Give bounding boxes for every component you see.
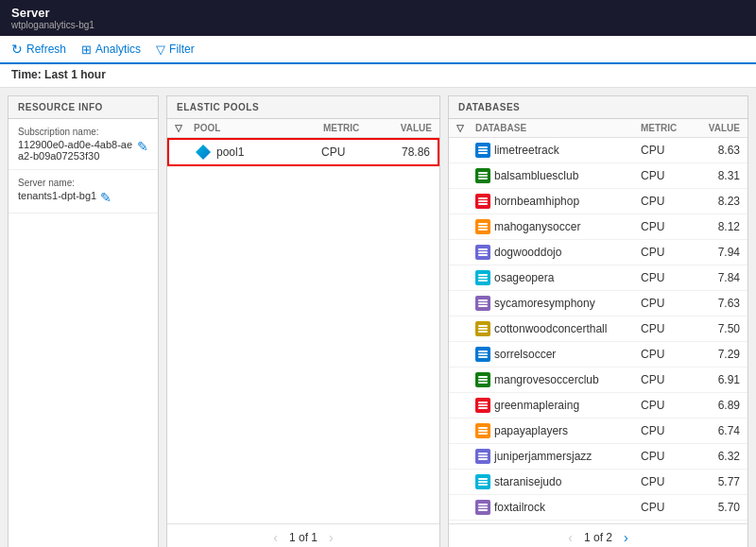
pools-page-label: 1 of 1 (289, 531, 318, 544)
db-icon (475, 143, 490, 158)
svg-rect-39 (478, 382, 488, 384)
db-row[interactable]: sycamoresymphony CPU 7.63 (449, 291, 747, 316)
analytics-button[interactable]: ⊞ Analytics (81, 43, 141, 57)
svg-rect-22 (478, 277, 488, 279)
svg-rect-38 (478, 379, 488, 381)
server-label: Server name: (18, 178, 148, 188)
toolbar: ↻ Refresh ⊞ Analytics ▽ Filter (0, 36, 756, 64)
svg-rect-5 (478, 172, 488, 174)
svg-rect-41 (478, 402, 488, 403)
db-row[interactable]: cottonwoodconcerthall CPU 7.50 (449, 316, 747, 342)
db-icon (475, 347, 490, 362)
db-name: osageopera (494, 271, 554, 284)
pools-filter-icon: ▽ (175, 123, 182, 133)
db-row[interactable]: osageopera CPU 7.84 (449, 265, 747, 291)
db-icon (475, 423, 490, 438)
db-row[interactable]: balsambluesclub CPU 8.31 (449, 163, 747, 189)
db-icon (475, 321, 490, 336)
refresh-icon: ↻ (11, 42, 23, 57)
db-row[interactable]: juniperjammersjazz CPU 6.32 (449, 444, 747, 470)
db-row[interactable]: dogwooddojo CPU 7.94 (449, 240, 747, 265)
pools-next-page[interactable]: › (325, 530, 337, 545)
svg-rect-26 (478, 302, 488, 304)
svg-rect-21 (478, 274, 488, 276)
db-row[interactable]: greenmapleraing CPU 6.89 (449, 393, 747, 419)
db-icon (475, 398, 490, 413)
db-row[interactable]: foxtailrock CPU 5.70 (449, 495, 747, 521)
svg-rect-23 (478, 280, 488, 282)
time-label: Time: Last 1 hour (11, 68, 106, 81)
db-value: 5.70 (693, 501, 740, 514)
db-metric: CPU (641, 322, 693, 335)
db-row[interactable]: mangrovesoccerclub CPU 6.91 (449, 368, 747, 393)
db-value: 6.91 (693, 373, 740, 386)
db-value: 8.23 (693, 195, 740, 208)
svg-rect-43 (478, 407, 488, 409)
db-metric: CPU (641, 399, 693, 412)
db-name: cottonwoodconcerthall (494, 322, 607, 335)
db-value: 6.32 (693, 450, 740, 463)
db-prev-page[interactable]: ‹ (564, 530, 576, 545)
svg-rect-15 (478, 229, 488, 231)
db-name: greenmapleraing (494, 399, 579, 412)
db-name: sorrelsoccer (494, 348, 556, 361)
db-filter-icon: ▽ (456, 123, 464, 133)
db-row[interactable]: staranisejudo CPU 5.77 (449, 470, 747, 495)
svg-rect-37 (478, 376, 488, 378)
db-row[interactable]: hornbeamhiphop CPU 8.23 (449, 189, 747, 214)
db-row[interactable]: limetreetrack CPU 8.63 (449, 138, 747, 163)
svg-rect-9 (478, 197, 488, 199)
db-icon (475, 194, 490, 209)
svg-rect-33 (478, 350, 488, 352)
db-metric: CPU (641, 373, 693, 386)
db-metric: CPU (641, 195, 693, 208)
db-metric: CPU (641, 169, 693, 182)
db-table-content: limetreetrack CPU 8.63 balsambluesclub C… (449, 138, 747, 523)
pool-row[interactable]: pool1 CPU 78.86 (167, 138, 439, 166)
db-value: 7.94 (693, 246, 740, 259)
filter-button[interactable]: ▽ Filter (156, 43, 195, 57)
db-icon (475, 270, 490, 285)
filter-label: Filter (169, 43, 195, 56)
svg-rect-57 (478, 504, 488, 505)
title-bar: Server wtploganalytics-bg1 (0, 0, 756, 36)
db-row[interactable]: papayaplayers CPU 6.74 (449, 419, 747, 444)
resource-info-panel: RESOURCE INFO Subscription name: 112900e… (8, 95, 159, 547)
db-next-page[interactable]: › (620, 530, 632, 545)
db-row[interactable]: sorrelsoccer CPU 7.29 (449, 342, 747, 368)
db-name: dogwooddojo (494, 246, 561, 259)
db-icon (475, 296, 490, 311)
resource-info-header: RESOURCE INFO (9, 96, 158, 119)
svg-rect-1 (478, 146, 488, 148)
db-name: mangrovesoccerclub (494, 373, 599, 386)
pools-prev-page[interactable]: ‹ (269, 530, 282, 545)
svg-rect-29 (478, 325, 488, 327)
pool-col-header: POOL (194, 123, 323, 133)
db-name: mahoganysoccer (494, 220, 580, 233)
db-metric: CPU (641, 220, 693, 233)
db-metric: CPU (641, 246, 693, 259)
db-name: hornbeamhiphop (494, 195, 579, 208)
subscription-edit-icon[interactable]: ✎ (137, 139, 148, 154)
pools-table-header: ▽ POOL METRIC VALUE (167, 119, 439, 138)
refresh-button[interactable]: ↻ Refresh (11, 42, 66, 57)
svg-rect-2 (478, 149, 488, 151)
server-edit-icon[interactable]: ✎ (100, 190, 112, 205)
svg-rect-19 (478, 254, 488, 256)
db-value: 5.77 (693, 475, 740, 488)
db-value: 8.63 (693, 144, 740, 157)
db-metric: CPU (641, 501, 693, 514)
svg-rect-54 (478, 481, 488, 483)
pool-value: 78.86 (378, 145, 430, 159)
svg-rect-31 (478, 331, 488, 333)
pool-icon (196, 145, 211, 160)
db-row[interactable]: mahoganysoccer CPU 8.12 (449, 214, 747, 240)
svg-rect-3 (478, 152, 488, 154)
analytics-icon: ⊞ (81, 43, 92, 57)
svg-rect-55 (478, 484, 488, 486)
db-icon (475, 449, 490, 464)
main-content: RESOURCE INFO Subscription name: 112900e… (0, 88, 756, 547)
db-metric: CPU (641, 348, 693, 361)
metric-col-header: METRIC (323, 123, 380, 133)
svg-rect-10 (478, 200, 488, 202)
